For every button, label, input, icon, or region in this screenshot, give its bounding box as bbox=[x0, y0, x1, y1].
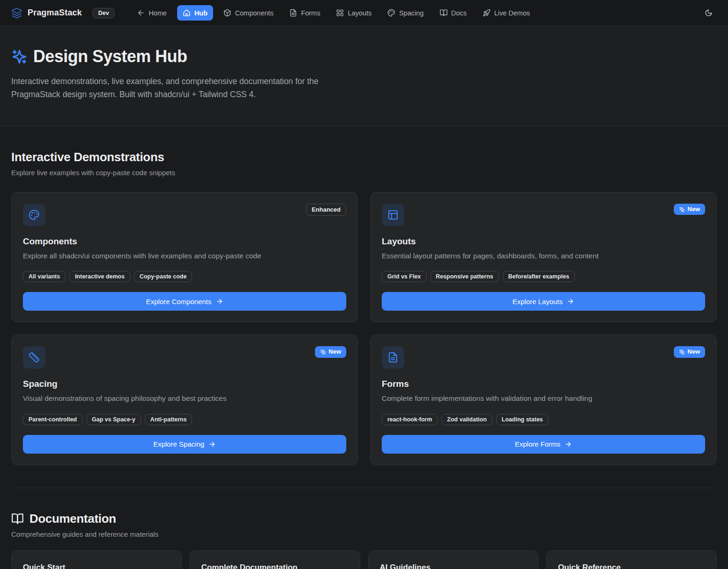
palette-icon bbox=[387, 9, 395, 17]
demo-cards-grid: Enhanced Components Explore all shadcn/u… bbox=[11, 192, 717, 465]
nav-item-forms[interactable]: Forms bbox=[284, 5, 326, 21]
nav-item-components[interactable]: Components bbox=[218, 5, 279, 21]
book-open-icon bbox=[11, 512, 24, 525]
doc-card-title: AI Guidelines bbox=[380, 563, 527, 569]
file-text-icon bbox=[382, 346, 404, 369]
tag: Responsive patterns bbox=[430, 271, 499, 282]
nav-item-docs[interactable]: Docs bbox=[434, 5, 472, 21]
hero-description: Interactive demonstrations, live example… bbox=[11, 75, 359, 101]
card-title: Spacing bbox=[23, 379, 346, 389]
palette-icon bbox=[23, 204, 45, 226]
theme-toggle-button[interactable] bbox=[700, 5, 717, 21]
hero-section: Design System Hub Interactive demonstrat… bbox=[0, 26, 728, 127]
explore-spacing-button[interactable]: Explore Spacing bbox=[23, 435, 346, 454]
tag: Interactive demos bbox=[69, 271, 130, 282]
docs-heading: Documentation bbox=[29, 512, 116, 526]
demo-card-spacing: New Spacing Visual demonstrations of spa… bbox=[11, 334, 358, 465]
nav-item-home[interactable]: Home bbox=[131, 5, 172, 21]
brand-name: PragmaStack bbox=[28, 8, 82, 18]
arrow-right-icon bbox=[564, 441, 572, 448]
package-icon bbox=[223, 9, 231, 17]
nav-label: Components bbox=[235, 9, 273, 17]
docs-subheading: Comprehensive guides and reference mater… bbox=[11, 530, 717, 538]
house-icon bbox=[183, 9, 191, 17]
cta-label: Explore Components bbox=[146, 298, 211, 306]
doc-card-title: Quick Start bbox=[23, 563, 170, 569]
doc-card-quick-reference[interactable]: Quick Reference Cheat sheet for lookups bbox=[546, 550, 717, 569]
enhanced-badge: Enhanced bbox=[306, 204, 346, 216]
tag-list: Parent-controlled Gap vs Space-y Anti-pa… bbox=[23, 414, 346, 425]
demo-card-layouts: New Layouts Essential layout patterns fo… bbox=[370, 192, 717, 322]
main-nav: Home Hub Components Forms Layouts Spacin… bbox=[131, 5, 535, 21]
demos-heading: Interactive Demonstrations bbox=[11, 150, 717, 164]
arrow-right-icon bbox=[208, 441, 216, 448]
badge-label: New bbox=[687, 206, 700, 213]
demo-card-forms: New Forms Complete form implementations … bbox=[370, 334, 717, 465]
tag: Anti-patterns bbox=[145, 414, 193, 425]
tag: Before/after examples bbox=[503, 271, 575, 282]
tag: Grid vs Flex bbox=[382, 271, 427, 282]
tag: All variants bbox=[23, 271, 65, 282]
section-divider bbox=[11, 488, 717, 488]
tag-list: All variants Interactive demos Copy-past… bbox=[23, 271, 346, 282]
nav-label: Docs bbox=[451, 9, 467, 17]
nav-item-spacing[interactable]: Spacing bbox=[382, 5, 429, 21]
explore-components-button[interactable]: Explore Components bbox=[23, 292, 346, 311]
new-badge: New bbox=[674, 204, 705, 215]
arrow-left-icon bbox=[137, 9, 145, 17]
card-description: Visual demonstrations of spacing philoso… bbox=[23, 393, 346, 404]
new-badge: New bbox=[315, 346, 346, 357]
card-title: Components bbox=[23, 236, 346, 247]
demo-card-components: Enhanced Components Explore all shadcn/u… bbox=[11, 192, 358, 322]
nav-label: Layouts bbox=[348, 9, 371, 17]
brand[interactable]: PragmaStack Dev bbox=[11, 7, 114, 19]
tag: Gap vs Space-y bbox=[86, 414, 141, 425]
rocket-icon bbox=[483, 9, 491, 17]
explore-forms-button[interactable]: Explore Forms bbox=[382, 435, 705, 454]
tag: Loading states bbox=[496, 414, 549, 425]
panels-layout-icon bbox=[382, 204, 404, 226]
arrow-right-icon bbox=[567, 298, 574, 305]
tag: Zod validation bbox=[442, 414, 492, 425]
card-description: Complete form implementations with valid… bbox=[382, 393, 705, 404]
doc-card-quick-start[interactable]: Quick Start 5-minute crash course bbox=[11, 550, 182, 569]
doc-card-title: Complete Documentation bbox=[201, 563, 349, 569]
layout-grid-icon bbox=[336, 9, 344, 17]
card-title: Forms bbox=[382, 379, 705, 389]
tag-list: Grid vs Flex Responsive patterns Before/… bbox=[382, 271, 705, 282]
top-navbar: PragmaStack Dev Home Hub Components Form… bbox=[0, 0, 728, 26]
layers-logo-icon bbox=[11, 7, 22, 19]
nav-item-layouts[interactable]: Layouts bbox=[330, 5, 377, 21]
tag: react-hook-form bbox=[382, 414, 438, 425]
sparkles-icon bbox=[11, 49, 28, 65]
tag: Copy-paste code bbox=[134, 271, 193, 282]
ruler-icon bbox=[23, 346, 45, 369]
cta-label: Explore Layouts bbox=[513, 298, 563, 306]
doc-card-complete-documentation[interactable]: Complete Documentation Full design syste… bbox=[190, 550, 360, 569]
main-content: Interactive Demonstrations Explore live … bbox=[0, 150, 728, 569]
page-title: Design System Hub bbox=[33, 47, 187, 66]
nav-item-live-demos[interactable]: Live Demos bbox=[477, 5, 536, 21]
doc-card-ai-guidelines[interactable]: AI Guidelines Rules for AI code generati… bbox=[368, 550, 539, 569]
nav-label: Hub bbox=[194, 9, 207, 17]
card-description: Explore all shadcn/ui components with li… bbox=[23, 251, 346, 261]
nav-item-hub[interactable]: Hub bbox=[177, 5, 213, 21]
nav-label: Spacing bbox=[399, 9, 423, 17]
nav-label: Live Demos bbox=[494, 9, 530, 17]
doc-card-title: Quick Reference bbox=[558, 563, 705, 569]
arrow-right-icon bbox=[216, 298, 223, 305]
card-description: Essential layout patterns for pages, das… bbox=[382, 251, 705, 261]
badge-label: New bbox=[687, 348, 700, 356]
new-badge: New bbox=[674, 346, 705, 357]
nav-label: Home bbox=[149, 9, 167, 17]
tag-list: react-hook-form Zod validation Loading s… bbox=[382, 414, 705, 425]
tag: Parent-controlled bbox=[23, 414, 83, 425]
env-badge: Dev bbox=[93, 8, 114, 18]
explore-layouts-button[interactable]: Explore Layouts bbox=[382, 292, 705, 311]
file-text-icon bbox=[289, 9, 297, 17]
docs-cards-grid: Quick Start 5-minute crash course Comple… bbox=[11, 550, 717, 569]
cta-label: Explore Spacing bbox=[153, 440, 204, 448]
sparkles-icon bbox=[679, 206, 685, 213]
badge-label: New bbox=[328, 348, 341, 356]
demos-subheading: Explore live examples with copy-paste co… bbox=[11, 169, 717, 177]
